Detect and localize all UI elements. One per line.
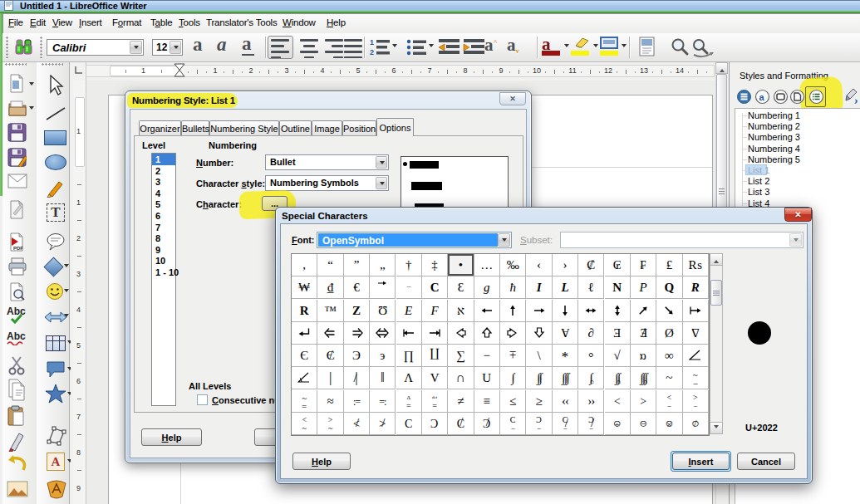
svg-text:2: 2 [370,48,374,56]
svg-text:PDF: PDF [13,246,23,251]
svg-text:1: 1 [370,38,374,46]
svg-text:a: a [759,92,765,102]
